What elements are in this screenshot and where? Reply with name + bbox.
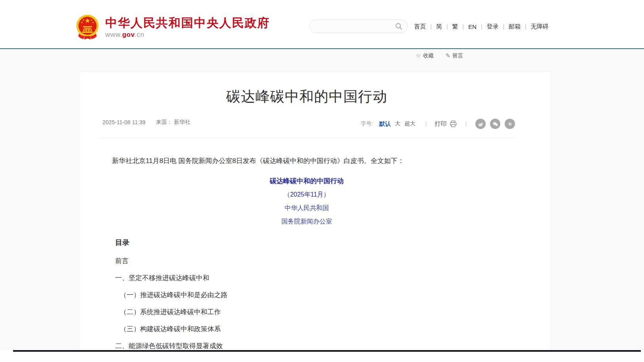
meta-separator: | bbox=[426, 121, 427, 127]
wechat-share-icon[interactable] bbox=[490, 119, 500, 129]
source: 来源： 新华社 bbox=[156, 119, 190, 126]
print-button[interactable]: 打印 bbox=[435, 120, 457, 128]
font-size-large[interactable]: 大 bbox=[395, 120, 401, 127]
toc-item-1-1: （一）推进碳达峰碳中和是必由之路 bbox=[120, 292, 515, 298]
font-size-label: 字号: bbox=[361, 120, 373, 127]
nav-separator: | bbox=[525, 23, 526, 30]
site-header: 中华人民共和国中央人民政府 www.gov.cn 首页 | 简 | 繁 | EN… bbox=[0, 0, 644, 48]
doc-issuer-line1: 中华人民共和国 bbox=[99, 204, 515, 212]
article-card: 碳达峰碳中和的中国行动 2025-11-08 11:39 来源： 新华社 字号:… bbox=[79, 71, 551, 350]
toc-item-section1: 一、坚定不移推进碳达峰碳中和 bbox=[115, 275, 515, 281]
site-url-prefix: www. bbox=[105, 31, 122, 38]
more-share-star-icon[interactable] bbox=[505, 119, 515, 129]
nav-traditional[interactable]: 繁 bbox=[452, 23, 458, 30]
nav-separator: | bbox=[503, 23, 504, 30]
window-bottom-edge bbox=[13, 350, 641, 352]
print-label: 打印 bbox=[435, 120, 446, 128]
nav-mail[interactable]: 邮箱 bbox=[509, 23, 521, 30]
search-icon[interactable] bbox=[395, 23, 403, 30]
publish-date: 2025-11-08 11:39 bbox=[103, 119, 145, 125]
site-url-suffix: .cn bbox=[135, 31, 144, 38]
doc-title: 碳达峰碳中和的中国行动 bbox=[99, 176, 515, 186]
site-title: 中华人民共和国中央人民政府 bbox=[105, 16, 270, 30]
quick-actions: ☆ 收藏 ✎ 留言 bbox=[416, 52, 463, 59]
article-title: 碳达峰碳中和的中国行动 bbox=[99, 88, 515, 104]
lead-paragraph: 新华社北京11月8日电 国务院新闻办公室8日发布《碳达峰碳中和的中国行动》白皮书… bbox=[99, 155, 515, 166]
printer-icon bbox=[449, 120, 457, 128]
nav-separator: | bbox=[462, 23, 464, 30]
meta-separator: | bbox=[465, 121, 467, 127]
weibo-share-icon[interactable] bbox=[475, 119, 486, 129]
pencil-icon: ✎ bbox=[445, 52, 450, 59]
top-nav: 首页 | 简 | 繁 | EN | 登录 | 邮箱 | 无障碍 bbox=[414, 22, 549, 31]
nav-home[interactable]: 首页 bbox=[414, 23, 426, 30]
toc-item-section2: 二、能源绿色低碳转型取得显著成效 bbox=[115, 343, 515, 349]
comment-button[interactable]: ✎ 留言 bbox=[445, 52, 463, 59]
favorite-label: 收藏 bbox=[423, 52, 433, 59]
comment-label: 留言 bbox=[452, 52, 463, 59]
nav-separator: | bbox=[481, 23, 483, 30]
share-icons bbox=[475, 119, 515, 129]
nav-separator: | bbox=[446, 23, 448, 30]
national-emblem-icon bbox=[75, 14, 100, 40]
doc-issuer-line2: 国务院新闻办公室 bbox=[99, 218, 515, 226]
star-outline-icon: ☆ bbox=[416, 52, 421, 59]
nav-accessibility[interactable]: 无障碍 bbox=[531, 23, 549, 30]
toc-item-preface: 前言 bbox=[115, 258, 515, 264]
site-brand[interactable]: 中华人民共和国中央人民政府 www.gov.cn bbox=[75, 14, 270, 40]
doc-date: （2025年11月） bbox=[99, 191, 515, 199]
page-background: ☆ 收藏 ✎ 留言 碳达峰碳中和的中国行动 2025-11-08 11:39 来… bbox=[0, 49, 644, 350]
article-meta-bar: 2025-11-08 11:39 来源： 新华社 字号: 默认 大 超大 | 打… bbox=[99, 119, 515, 138]
nav-english[interactable]: EN bbox=[468, 23, 477, 30]
source-label: 来源： bbox=[156, 119, 172, 125]
favorite-button[interactable]: ☆ 收藏 bbox=[416, 52, 433, 59]
source-value[interactable]: 新华社 bbox=[174, 119, 190, 125]
toc-item-1-3: （三）构建碳达峰碳中和政策体系 bbox=[120, 326, 515, 332]
font-size-xlarge[interactable]: 超大 bbox=[405, 120, 416, 127]
toc-heading: 目录 bbox=[115, 238, 515, 247]
search-box[interactable] bbox=[310, 19, 408, 33]
nav-login[interactable]: 登录 bbox=[486, 23, 498, 30]
toc-item-1-2: （二）系统推进碳达峰碳中和工作 bbox=[120, 309, 515, 315]
nav-simplified[interactable]: 简 bbox=[436, 23, 442, 30]
font-size-default[interactable]: 默认 bbox=[379, 120, 391, 128]
search-input[interactable] bbox=[316, 23, 395, 29]
site-url-gov: gov bbox=[122, 31, 135, 38]
nav-separator: | bbox=[430, 23, 432, 30]
site-url: www.gov.cn bbox=[105, 31, 270, 39]
